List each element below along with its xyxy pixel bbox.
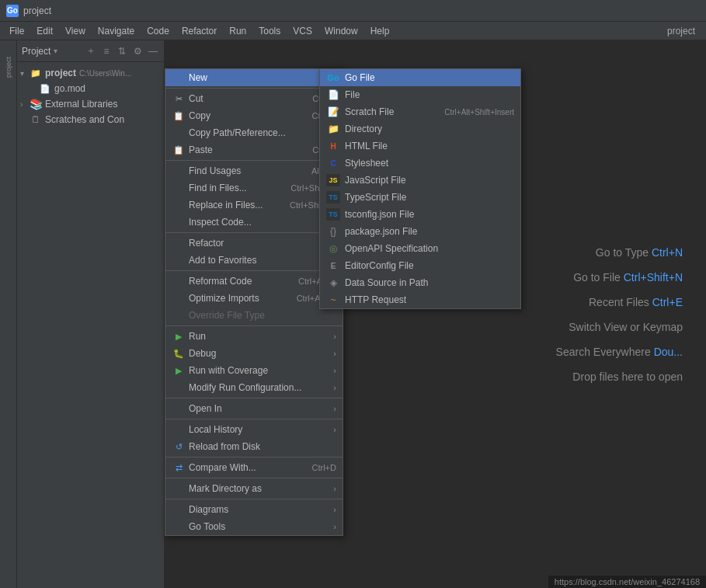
cut-icon: ✂ <box>172 92 186 105</box>
toolbar-minimize-icon[interactable]: — <box>147 45 159 57</box>
shortcut: Ctrl+D <box>312 463 336 472</box>
menu-file[interactable]: File <box>3 23 30 40</box>
hint-goto-type: Go to Type Ctrl+N <box>556 246 683 259</box>
toolbar-settings-icon[interactable]: ⚙ <box>131 45 144 57</box>
context-menu-item-replace-in-files[interactable]: Replace in Files... Ctrl+Shift+R <box>165 197 343 214</box>
optimize-icon <box>172 292 186 304</box>
menu-label: Reload from Disk <box>189 441 260 452</box>
context-menu-item-refactor[interactable]: Refactor › <box>165 235 343 252</box>
context-menu-item-copy[interactable]: 📋 Copy Ctrl+C <box>165 107 343 124</box>
reload-icon: ↺ <box>172 440 186 453</box>
separator <box>165 499 343 499</box>
separator <box>165 457 343 458</box>
context-menu-item-paste[interactable]: 📋 Paste Ctrl+V <box>165 141 343 158</box>
tree-arrow: › <box>20 100 30 109</box>
submenu-item-http[interactable]: ~ HTTP Request <box>320 291 520 308</box>
context-menu-item-new[interactable]: New › <box>165 69 343 86</box>
compare-icon: ⇄ <box>172 461 186 474</box>
context-menu-item-reformat[interactable]: Reformat Code Ctrl+Alt+L <box>165 273 343 290</box>
sidebar-project-tab[interactable]: project <box>1 43 16 90</box>
menu-edit[interactable]: Edit <box>30 23 59 40</box>
toolbar-collapse-icon[interactable]: ≡ <box>100 45 113 57</box>
menu-code[interactable]: Code <box>141 23 176 40</box>
context-menu-item-inspect-code[interactable]: Inspect Code... <box>165 214 343 231</box>
menu-window[interactable]: Window <box>318 23 364 40</box>
submenu-item-pkg-json[interactable]: {} package.json File <box>320 223 520 240</box>
submenu-item-editorconfig[interactable]: E EditorConfig File <box>320 257 520 274</box>
submenu-item-scratch[interactable]: 📝 Scratch File Ctrl+Alt+Shift+Insert <box>320 103 520 120</box>
menu-label: Go Tools <box>189 521 225 532</box>
submenu-label: Scratch File <box>345 106 394 117</box>
project-tree: ▾ 📁 project C:\Users\Win... 📄 go.mod › 📚… <box>17 62 164 588</box>
menu-vcs[interactable]: VCS <box>287 23 318 40</box>
context-menu-item-local-history[interactable]: Local History › <box>165 421 343 438</box>
menu-label: Copy <box>189 110 210 121</box>
find-files-icon <box>172 182 186 194</box>
arrow-icon: › <box>333 522 336 531</box>
menu-run[interactable]: Run <box>223 23 252 40</box>
run-icon: ▶ <box>172 330 186 343</box>
context-menu-item-compare[interactable]: ⇄ Compare With... Ctrl+D <box>165 459 343 476</box>
js-icon: JS <box>326 174 340 186</box>
context-menu-item-run[interactable]: ▶ Run › <box>165 328 343 345</box>
submenu-item-go-file[interactable]: Go Go File <box>320 69 520 86</box>
tree-item-gomod[interactable]: 📄 go.mod <box>17 81 164 96</box>
submenu-item-ts[interactable]: TS TypeScript File <box>320 189 520 206</box>
find-usages-icon <box>172 165 186 177</box>
tsconfig-icon: TS <box>326 208 340 221</box>
separator <box>165 88 343 89</box>
go-file-icon: Go <box>326 71 340 84</box>
context-menu-item-go-tools[interactable]: Go Tools › <box>165 518 343 535</box>
submenu-item-openapi[interactable]: ◎ OpenAPI Specification <box>320 240 520 257</box>
separator <box>165 419 343 419</box>
menu-tools[interactable]: Tools <box>252 23 287 40</box>
context-menu-item-optimize[interactable]: Optimize Imports Ctrl+Alt+O <box>165 290 343 307</box>
context-menu-item-debug[interactable]: 🐛 Debug › <box>165 345 343 362</box>
context-menu-item-add-favorites[interactable]: Add to Favorites <box>165 252 343 269</box>
context-menu-item-modify-run[interactable]: Modify Run Configuration... › <box>165 379 343 396</box>
context-menu-item-diagrams[interactable]: Diagrams › <box>165 501 343 518</box>
arrow-icon: › <box>333 505 336 514</box>
context-menu-item-copy-path[interactable]: Copy Path/Reference... <box>165 124 343 141</box>
submenu-item-css[interactable]: C Stylesheet <box>320 155 520 172</box>
submenu-item-file[interactable]: 📄 File <box>320 86 520 103</box>
menu-label: Optimize Imports <box>189 293 259 304</box>
context-menu-item-reload[interactable]: ↺ Reload from Disk <box>165 438 343 455</box>
dir-icon: 📁 <box>326 123 340 135</box>
context-menu-item-coverage[interactable]: ▶ Run with Coverage › <box>165 362 343 379</box>
submenu-label: JavaScript File <box>345 175 406 186</box>
menu-help[interactable]: Help <box>364 23 396 40</box>
menu-bar: File Edit View Navigate Code Refactor Ru… <box>0 22 706 40</box>
hint-switch-view: Switch View or Keymap <box>556 321 683 333</box>
context-menu-item-cut[interactable]: ✂ Cut Ctrl+X <box>165 90 343 107</box>
tree-item-scratches[interactable]: 🗒 Scratches and Con <box>17 112 164 127</box>
toolbar-sort-icon[interactable]: ⇅ <box>116 45 128 57</box>
paste-icon: 📋 <box>172 144 186 156</box>
separator <box>165 478 343 478</box>
menu-label: Inspect Code... <box>189 217 252 228</box>
submenu-item-tsconfig[interactable]: TS tsconfig.json File <box>320 206 520 223</box>
openapi-icon: ◎ <box>326 242 340 255</box>
submenu-item-js[interactable]: JS JavaScript File <box>320 172 520 189</box>
context-menu-item-find-usages[interactable]: Find Usages Alt+F7 <box>165 162 343 179</box>
mark-dir-icon <box>172 482 186 495</box>
menu-navigate[interactable]: Navigate <box>92 23 141 40</box>
tree-item-external-libs[interactable]: › 📚 External Libraries <box>17 96 164 112</box>
submenu-item-html[interactable]: H HTML File <box>320 137 520 155</box>
submenu-item-directory[interactable]: 📁 Directory <box>320 120 520 137</box>
app-icon: Go <box>6 5 19 17</box>
menu-view[interactable]: View <box>59 23 92 40</box>
submenu-item-datasource[interactable]: ◈ Data Source in Path <box>320 274 520 291</box>
toolbar-add-icon[interactable]: ＋ <box>85 45 97 57</box>
copy-path-icon <box>172 127 186 139</box>
menu-label: Local History <box>189 424 242 435</box>
arrow-icon: › <box>333 366 336 375</box>
context-menu-item-find-in-files[interactable]: Find in Files... Ctrl+Shift+F <box>165 179 343 197</box>
tree-item-project[interactable]: ▾ 📁 project C:\Users\Win... <box>17 65 164 81</box>
context-menu-item-open-in[interactable]: Open In › <box>165 400 343 417</box>
hint-panel: Go to Type Ctrl+N Go to File Ctrl+Shift+… <box>556 246 683 383</box>
menu-refactor[interactable]: Refactor <box>176 23 223 40</box>
context-menu-item-mark-dir[interactable]: Mark Directory as › <box>165 480 343 497</box>
arrow-icon: › <box>333 484 336 493</box>
dropdown-icon[interactable]: ▾ <box>54 47 57 55</box>
